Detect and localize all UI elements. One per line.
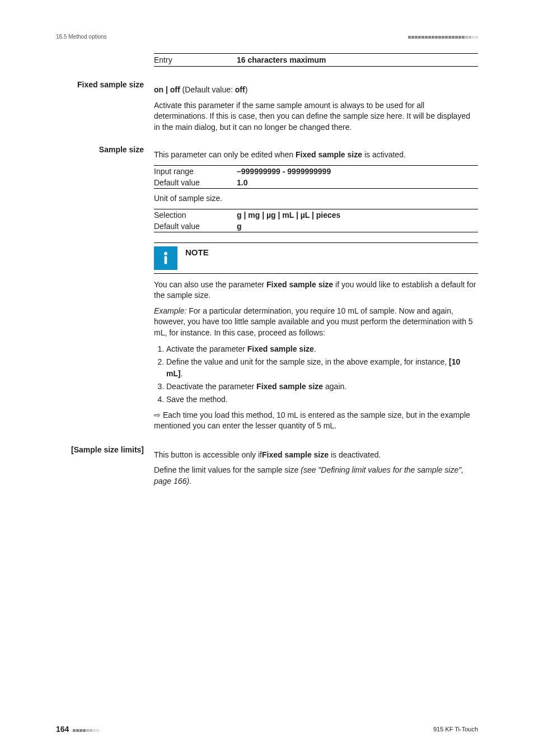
default-value-row-2: Default value g [154,221,478,232]
step-2: Define the value and unit for the sample… [166,356,478,380]
limits-p2: Define the limit values for the sample s… [154,465,478,487]
step-4: Save the method. [166,394,478,405]
entry-row: Entry 16 characters maximum [154,53,478,67]
sample-size-intro: This parameter can only be edited when F… [154,150,478,161]
note-p1: You can also use the parameter Fixed sam… [154,279,478,301]
entry-value: 16 characters maximum [237,55,326,64]
info-icon [154,246,177,270]
heading-fixed-sample-size: Fixed sample size [77,80,144,89]
steps-list: Activate the parameter Fixed sample size… [154,343,478,405]
input-range-row: Input range –999999999 - 9999999999 [154,165,478,177]
note-result: ⇨ Each time you load this method, 10 mL … [154,410,478,432]
default-value-row-1: Default value 1.0 [154,177,478,189]
unit-label: Unit of sample size. [154,193,478,204]
heading-sample-size: Sample size [99,145,144,154]
fixed-sample-desc: Activate this parameter if the same samp… [154,100,478,133]
svg-rect-1 [165,256,167,264]
svg-point-0 [164,251,167,255]
decor-dashes-bottom [73,726,100,733]
decor-dashes-top [407,34,478,40]
section-crumb: 16.5 Method options [56,34,107,40]
doc-title: 915 KF Ti-Touch [433,726,478,732]
limits-p1: This button is accessible only ifFixed s… [154,450,478,461]
selection-row: Selection g | mg | µg | mL | µL | pieces [154,209,478,221]
note-example: Example: For a particular determination,… [154,306,478,339]
step-3: Deactivate the parameter Fixed sample si… [166,381,478,393]
note-title: NOTE [185,246,209,257]
note-header: NOTE [154,242,478,274]
page-number-block: 164 [56,725,100,734]
step-1: Activate the parameter Fixed sample size… [166,343,478,355]
heading-sample-size-limits: [Sample size limits] [71,445,144,454]
entry-label: Entry [154,55,237,64]
fixed-sample-default-line: on | off (Default value: off) [154,85,478,96]
